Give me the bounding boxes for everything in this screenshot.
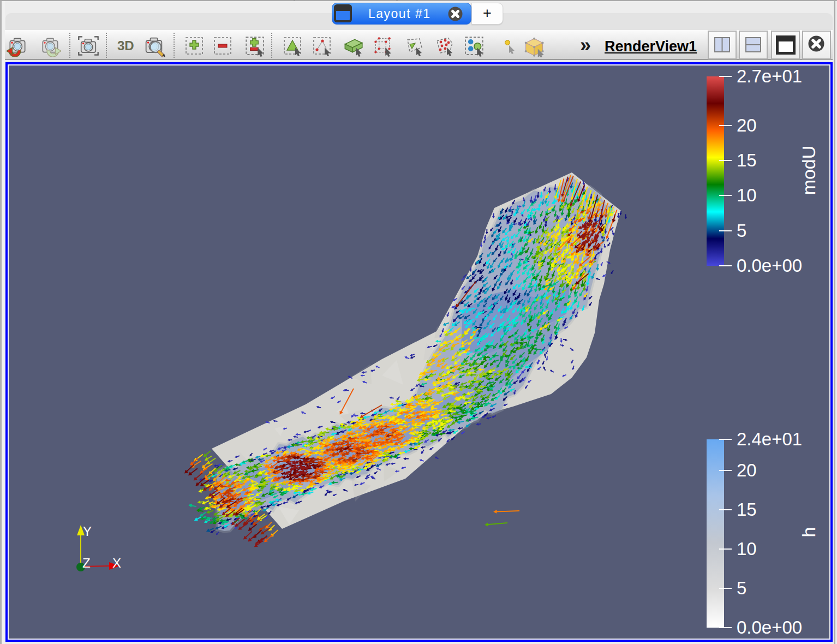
svg-text:10: 10 [737,539,757,559]
svg-text:5: 5 [737,578,746,598]
svg-text:20: 20 [737,115,757,135]
svg-text:0.0e+00: 0.0e+00 [737,617,802,637]
svg-text:20: 20 [737,460,757,480]
svg-text:Z: Z [82,556,91,570]
svg-text:15: 15 [737,150,757,170]
svg-text:h: h [798,527,819,538]
svg-text:2.7e+01: 2.7e+01 [737,66,802,86]
svg-text:modU: modU [798,146,819,195]
svg-text:0.0e+00: 0.0e+00 [737,255,802,276]
svg-text:X: X [112,556,121,570]
svg-text:10: 10 [737,185,757,205]
svg-text:Y: Y [83,524,92,539]
svg-text:2.4e+01: 2.4e+01 [737,429,802,449]
svg-text:15: 15 [737,499,757,520]
svg-text:5: 5 [737,220,746,241]
